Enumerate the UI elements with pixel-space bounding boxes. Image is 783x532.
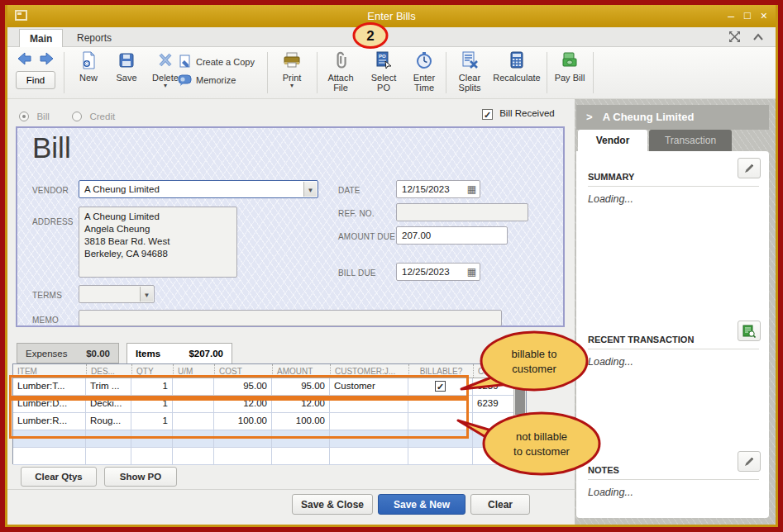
credit-radio[interactable]: Credit	[72, 108, 115, 123]
date-label: DATE	[338, 186, 360, 195]
terms-dropdown[interactable]: ▼	[79, 285, 155, 303]
attach-file-button[interactable]: Attach File	[322, 51, 360, 93]
stopwatch-icon	[406, 51, 442, 71]
enter-bills-window: Enter Bills – □ × Main Reports	[5, 5, 778, 527]
notes-loading-text: Loading...	[588, 480, 759, 498]
notes-heading: NOTES	[588, 465, 759, 480]
new-button[interactable]: New	[70, 51, 107, 83]
bill-due-field[interactable]: 12/25/2023 ▦	[396, 263, 480, 281]
enter-time-button[interactable]: Enter Time	[406, 51, 442, 93]
save-new-button[interactable]: Save & New	[378, 494, 466, 515]
bill-due-label: BILL DUE	[338, 268, 376, 278]
tab-items[interactable]: Items$207.00	[127, 343, 232, 363]
credit-radio-icon	[72, 112, 82, 121]
clear-splits-icon	[451, 51, 489, 71]
close-button[interactable]: ×	[761, 7, 767, 24]
minimize-button[interactable]: –	[728, 7, 734, 24]
collapse-panel-icon[interactable]: >	[586, 111, 593, 123]
svg-text:PO: PO	[379, 54, 386, 59]
memo-field[interactable]	[79, 310, 502, 326]
vendor-combobox[interactable]: A Cheung Limited ▼	[79, 180, 318, 198]
window-title: Enter Bills	[7, 10, 776, 22]
select-po-button[interactable]: PO Select PO	[365, 51, 403, 93]
calendar-icon[interactable]: ▦	[467, 266, 476, 278]
summary-loading-text: Loading...	[588, 187, 759, 205]
highlight-billable-row	[9, 375, 469, 398]
callout-billable: billable to customer	[456, 330, 592, 399]
print-button[interactable]: Print▾	[274, 51, 310, 88]
amount-due-label: AMOUNT DUE	[338, 232, 395, 241]
tab-vendor[interactable]: Vendor	[578, 130, 647, 151]
vendor-label: VENDOR	[32, 186, 69, 195]
find-button[interactable]: Find	[16, 71, 55, 89]
save-close-button[interactable]: Save & Close	[292, 494, 373, 515]
calculator-icon	[490, 51, 543, 71]
toolbar: Find New Save Delete▾	[7, 47, 776, 99]
bill-received-check-icon: ✓	[482, 109, 493, 120]
amount-due-field[interactable]: 207.00	[396, 226, 508, 245]
ribbon-tabstrip: Main Reports	[7, 27, 776, 47]
footer-divider	[7, 489, 575, 490]
tab-main[interactable]: Main	[19, 29, 63, 47]
side-panel-title: A Cheung Limited	[603, 111, 695, 123]
memo-label: MEMO	[32, 316, 59, 325]
back-arrow-icon[interactable]	[17, 52, 32, 65]
memorize-icon	[178, 74, 193, 87]
select-po-icon: PO	[365, 51, 403, 71]
summary-section: SUMMARY Loading...	[588, 172, 759, 205]
recent-transaction-loading-text: Loading...	[588, 349, 759, 368]
pay-bill-icon	[551, 51, 588, 71]
recent-transaction-heading: RECENT TRANSACTION	[588, 335, 759, 349]
calendar-icon[interactable]: ▦	[467, 183, 476, 195]
maximize-button[interactable]: □	[744, 7, 751, 24]
pay-bill-button[interactable]: Pay Bill	[551, 51, 588, 83]
tab-transaction[interactable]: Transaction	[649, 130, 732, 151]
recalculate-button[interactable]: Recalculate	[490, 51, 543, 83]
step-number: 2	[366, 28, 374, 44]
callout-billable-line1: billable to	[512, 348, 557, 360]
notes-section: NOTES Loading...	[588, 465, 759, 498]
collapse-ribbon-icon[interactable]	[752, 33, 764, 41]
create-copy-icon	[178, 55, 193, 69]
vendor-dropdown-icon[interactable]: ▼	[303, 182, 317, 197]
ref-no-label: REF. NO.	[338, 209, 375, 218]
clear-button[interactable]: Clear	[470, 494, 530, 515]
paperclip-icon	[322, 51, 360, 71]
highlight-not-billable-rows	[9, 398, 469, 439]
callout-not-billable-line2: to customer	[513, 445, 571, 458]
new-icon	[70, 51, 107, 71]
callout-not-billable-line1: not billable	[516, 430, 567, 443]
address-box[interactable]: A Cheung Limited Angela Cheung 3818 Bear…	[79, 207, 237, 278]
expand-window-icon[interactable]	[728, 31, 741, 43]
side-panel-header[interactable]: > A Cheung Limited	[576, 105, 769, 130]
tab-reports[interactable]: Reports	[67, 29, 122, 47]
titlebar: Enter Bills – □ ×	[7, 5, 776, 27]
tab-expenses[interactable]: Expenses$0.00	[17, 343, 119, 363]
bill-received-checkbox[interactable]: ✓ Bill Received	[482, 108, 555, 120]
clear-splits-button[interactable]: Clear Splits	[451, 51, 489, 93]
summary-heading: SUMMARY	[588, 172, 759, 187]
copy-memorize-group: Create a Copy Memorize	[178, 53, 255, 89]
callout-billable-line2: customer	[512, 363, 556, 375]
print-icon	[274, 51, 310, 71]
step-2-circle: 2	[351, 21, 389, 50]
address-label: ADDRESS	[32, 217, 74, 226]
memorize-button[interactable]: Memorize	[178, 71, 255, 89]
bill-form-title: Bill	[32, 131, 71, 164]
bill-radio[interactable]: Bill	[19, 108, 50, 123]
ref-no-field[interactable]	[396, 203, 528, 221]
save-button[interactable]: Save	[108, 51, 145, 83]
terms-label: TERMS	[32, 291, 62, 300]
empty-table-row[interactable]	[13, 448, 526, 465]
bill-radio-icon	[19, 112, 29, 121]
show-po-button[interactable]: Show PO	[104, 467, 177, 487]
save-icon	[108, 51, 145, 71]
recent-transaction-section: RECENT TRANSACTION Loading...	[588, 335, 759, 368]
clear-qtys-button[interactable]: Clear Qtys	[21, 467, 97, 487]
create-copy-button[interactable]: Create a Copy	[178, 53, 255, 71]
date-field[interactable]: 12/15/2023 ▦	[396, 180, 480, 198]
forward-arrow-icon[interactable]	[39, 52, 54, 65]
callout-not-billable: not billable to customer	[453, 406, 605, 477]
terms-dropdown-icon[interactable]: ▼	[140, 287, 153, 302]
bill-panel: Bill VENDOR A Cheung Limited ▼ DATE 12/1…	[16, 126, 565, 327]
